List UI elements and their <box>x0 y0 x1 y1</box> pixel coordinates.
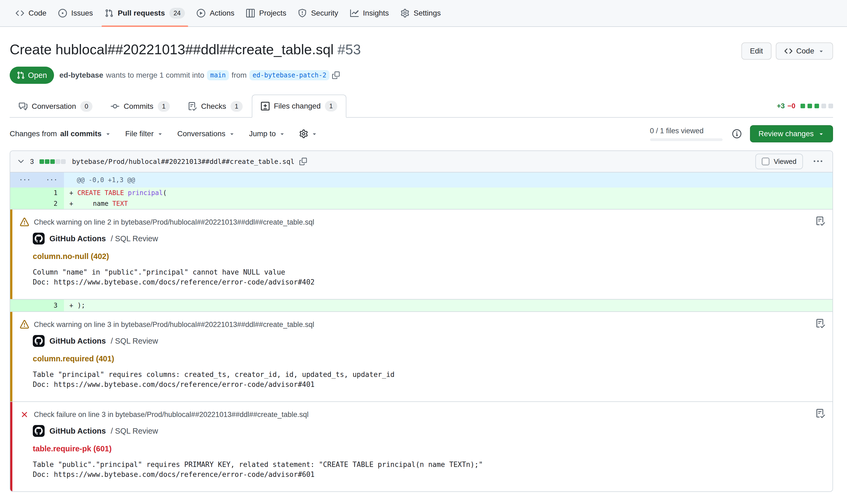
view-check-icon[interactable] <box>816 217 825 226</box>
pr-tabs: Conversation 0 Commits 1 Checks 1 Files … <box>10 94 833 118</box>
check-context: / SQL Review <box>111 427 158 435</box>
kebab-menu-icon[interactable] <box>814 157 822 166</box>
annotation-header-text: Check warning on line 2 in bytebase/Prod… <box>34 218 314 227</box>
check-app-name[interactable]: GitHub Actions <box>50 337 106 345</box>
diff-sign: + <box>69 302 77 309</box>
edit-button-label: Edit <box>750 47 763 55</box>
nav-item-pull-requests[interactable]: Pull requests 24 <box>100 0 190 26</box>
diff-settings-dropdown[interactable] <box>299 129 318 138</box>
code-dropdown-button[interactable]: Code <box>776 42 833 60</box>
check-message: Table "public"."principal" requires PRIM… <box>33 460 822 470</box>
viewed-label: Viewed <box>774 158 796 166</box>
merge-text: wants to merge 1 commit into <box>106 71 204 79</box>
nav-item-code[interactable]: Code <box>11 0 51 26</box>
hunk-header-text: @@ -0,0 +1,3 @@ <box>64 173 832 187</box>
pr-author[interactable]: ed-bytebase <box>59 71 103 79</box>
code-token: name <box>77 200 112 208</box>
annotation-header-text: Check warning on line 3 in bytebase/Prod… <box>34 321 314 329</box>
nav-label: Projects <box>259 9 286 17</box>
code-token: TEXT <box>112 200 128 208</box>
viewed-toggle-button[interactable]: Viewed <box>755 154 803 169</box>
nav-item-security[interactable]: Security <box>293 0 343 26</box>
github-actions-avatar[interactable] <box>33 425 44 437</box>
file-path[interactable]: bytebase/Prod/hublocal##20221013##ddl##c… <box>72 158 294 165</box>
edit-button[interactable]: Edit <box>741 42 772 60</box>
annotation-severity-stripe <box>10 402 12 491</box>
github-actions-avatar[interactable] <box>33 335 44 347</box>
check-app-name[interactable]: GitHub Actions <box>50 427 106 435</box>
new-line-number: 2 <box>37 198 64 209</box>
git-pull-request-icon <box>105 9 113 17</box>
changes-from-dropdown[interactable]: Changes from all commits <box>10 129 111 138</box>
tab-checks[interactable]: Checks 1 <box>179 94 252 118</box>
nav-item-insights[interactable]: Insights <box>345 0 394 26</box>
gear-icon <box>401 9 409 17</box>
nav-label: Code <box>29 9 47 17</box>
hunk-header-row[interactable]: ··· ··· @@ -0,0 +1,3 @@ <box>10 173 832 187</box>
alert-warning-icon <box>20 320 29 329</box>
tab-commits[interactable]: Commits 1 <box>102 94 179 118</box>
changes-from-prefix: Changes from <box>10 129 57 138</box>
head-branch-label[interactable]: ed-bytebase-patch-2 <box>249 70 330 80</box>
nav-item-projects[interactable]: Projects <box>241 0 291 26</box>
pr-header: Create hublocal##20221013##ddl##create_t… <box>10 41 833 60</box>
nav-label: Issues <box>71 9 93 17</box>
info-icon[interactable] <box>732 129 741 138</box>
issue-opened-icon <box>58 9 67 17</box>
base-branch-label[interactable]: main <box>207 70 229 80</box>
diff-sign: + <box>69 200 77 208</box>
tab-count-badge: 1 <box>325 101 337 111</box>
status-label: Open <box>28 71 47 80</box>
jump-to-label: Jump to <box>249 129 276 138</box>
copy-file-path-icon[interactable] <box>299 158 307 165</box>
diff-line-2[interactable]: 2 + name TEXT <box>10 198 832 209</box>
check-rule-name: table.require-pk (601) <box>33 444 822 453</box>
nav-item-actions[interactable]: Actions <box>192 0 239 26</box>
chevron-down-icon <box>311 130 318 137</box>
github-actions-avatar[interactable] <box>33 233 44 245</box>
diffstat-block <box>808 104 812 108</box>
code-token: principal <box>128 189 163 197</box>
review-changes-button[interactable]: Review changes <box>750 125 833 142</box>
viewed-checkbox[interactable] <box>762 158 769 165</box>
check-annotation-warning-402: Check warning on line 2 in bytebase/Prod… <box>10 209 832 300</box>
tab-label: Files changed <box>274 102 321 110</box>
diff-line-1[interactable]: 1 +CREATE TABLE principal( <box>10 187 832 198</box>
files-viewed-progress-bar <box>650 138 723 141</box>
old-line-number <box>10 300 37 311</box>
collapse-file-chevron-icon[interactable] <box>17 157 25 166</box>
nav-item-issues[interactable]: Issues <box>53 0 98 26</box>
play-icon <box>197 9 205 17</box>
check-rule-name: column.no-null (402) <box>33 252 822 261</box>
tab-count-badge: 0 <box>80 101 92 112</box>
nav-item-settings[interactable]: Settings <box>396 0 446 26</box>
project-icon <box>246 9 255 17</box>
chevron-down-icon <box>279 130 285 137</box>
tab-files-changed[interactable]: Files changed 1 <box>252 94 346 118</box>
diffstat-block <box>39 159 44 164</box>
tab-label: Commits <box>124 102 153 111</box>
nav-label: Security <box>311 9 338 17</box>
tab-conversation[interactable]: Conversation 0 <box>10 94 102 118</box>
conversations-dropdown[interactable]: Conversations <box>177 129 235 138</box>
file-diffstat-blocks <box>39 159 66 164</box>
file-diff-card: 3 bytebase/Prod/hublocal##20221013##ddl#… <box>10 150 833 492</box>
nav-label: Settings <box>414 9 441 17</box>
check-doc-link: Doc: https://www.bytebase.com/docs/refer… <box>33 470 822 480</box>
view-check-icon[interactable] <box>816 319 825 328</box>
checklist-icon <box>188 102 197 111</box>
diff-line-3[interactable]: 3 +); <box>10 300 832 311</box>
deletions-count: −0 <box>787 102 795 110</box>
jump-to-dropdown[interactable]: Jump to <box>249 129 286 138</box>
code-token: ); <box>77 302 85 309</box>
chevron-down-icon <box>105 130 111 137</box>
view-check-icon[interactable] <box>816 409 825 418</box>
code-icon <box>16 9 24 17</box>
check-app-name[interactable]: GitHub Actions <box>50 234 106 243</box>
merge-sentence: ed-bytebase wants to merge 1 commit into… <box>59 70 340 80</box>
conversations-label: Conversations <box>177 129 226 138</box>
file-filter-dropdown[interactable]: File filter <box>125 129 163 138</box>
diffstat-block <box>61 159 66 164</box>
code-button-label: Code <box>796 47 814 55</box>
copy-branch-icon[interactable] <box>332 71 340 79</box>
